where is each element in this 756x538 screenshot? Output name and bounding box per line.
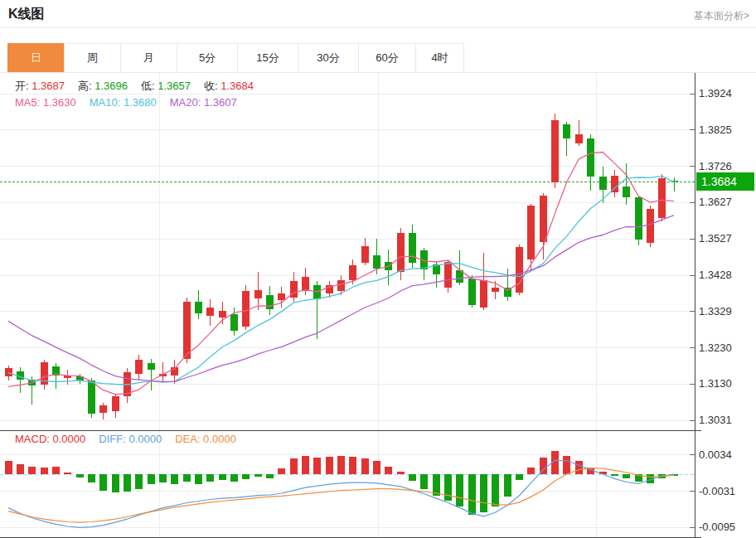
macd-bar [302, 456, 309, 474]
macd-bar [99, 474, 107, 491]
candle-body [361, 246, 369, 263]
candle-body [635, 197, 642, 239]
macd-bar [5, 461, 12, 474]
ma-legend: MA5: 1.3630MA10: 1.3680MA20: 1.3607 [15, 96, 250, 109]
macd-bar [219, 474, 226, 480]
macd-bar [492, 474, 499, 506]
macd-axis-label: -0.0031 [699, 483, 754, 500]
candle-body [492, 288, 499, 292]
tab-60分[interactable]: 60分 [358, 43, 416, 73]
macd-bar [183, 474, 191, 482]
macd-bar [551, 451, 559, 474]
macd-bar [456, 474, 463, 506]
macd-bar [444, 474, 452, 501]
candle-body [183, 302, 191, 359]
tab-30分[interactable]: 30分 [298, 43, 359, 73]
ohlc-legend: 开: 1.3687高: 1.3696低: 1.3657收: 1.3684 [15, 79, 267, 94]
macd-axis-label: -0.0095 [699, 519, 754, 536]
candle-body [195, 302, 202, 313]
tab-月[interactable]: 月 [120, 43, 177, 73]
macd-bar [88, 474, 95, 482]
macd-bar [254, 474, 262, 477]
macd-bar [409, 474, 416, 481]
legend-item: DEA: 0.0000 [175, 433, 236, 445]
candle-body [171, 367, 178, 376]
candle-body [444, 262, 452, 288]
candle-body [516, 247, 523, 292]
ma10-line [8, 176, 674, 385]
candle-body [135, 360, 143, 374]
title-divider [0, 27, 756, 28]
macd-bar [373, 461, 380, 474]
candle-body [527, 206, 535, 259]
tab-周[interactable]: 周 [64, 43, 121, 73]
macd-bar [337, 456, 345, 474]
price-axis-label: 1.3825 [699, 122, 754, 138]
macd-bar [635, 474, 642, 482]
candle-body [28, 380, 36, 385]
candle-body [5, 368, 12, 376]
macd-bar [195, 474, 202, 484]
fundamental-analysis-link[interactable]: 基本面分析> [694, 9, 749, 23]
legend-item: MA20: 1.3607 [170, 96, 237, 109]
macd-bar [433, 474, 440, 496]
tab-15分[interactable]: 15分 [237, 43, 298, 73]
candle-body [99, 405, 107, 413]
macd-bar [599, 472, 607, 474]
candle-body [41, 362, 48, 385]
macd-bar [171, 474, 178, 484]
candle-body [290, 281, 298, 298]
candle-body [385, 262, 392, 270]
macd-bar [611, 474, 618, 476]
macd-bar [266, 474, 274, 478]
macd-bar [420, 474, 428, 489]
candle-body [337, 280, 345, 291]
candle-body [480, 280, 487, 308]
macd-bar [623, 474, 630, 478]
candle-body [230, 314, 238, 331]
macd-bar [112, 474, 119, 492]
candle-body [551, 120, 559, 182]
diff-line [8, 460, 674, 527]
candle-body [52, 366, 60, 376]
tab-日[interactable]: 日 [7, 43, 65, 73]
candle-body [409, 233, 416, 264]
tab-4时[interactable]: 4时 [415, 43, 464, 73]
page-title: K线图 [8, 6, 45, 23]
candle-body [623, 187, 630, 197]
candle-body [219, 311, 226, 317]
candle-body [88, 380, 95, 414]
candle-body [456, 270, 463, 283]
tab-5分[interactable]: 5分 [177, 43, 238, 73]
kline-widget: K线图 基本面分析> 日周月5分15分30分60分4时 开: 1.3687高: … [0, 0, 756, 538]
macd-axis-label: 0.0034 [699, 447, 754, 463]
candle-body [254, 290, 262, 298]
macd-bar [52, 467, 60, 474]
macd-bar [41, 468, 48, 474]
candle-body [420, 250, 428, 269]
macd-bar [230, 474, 238, 482]
candle-body [587, 138, 594, 177]
candle-body [433, 264, 440, 274]
macd-bar [468, 474, 476, 515]
candle-body [124, 372, 131, 396]
macd-bar [587, 468, 594, 474]
candle-body [302, 277, 309, 291]
price-axis-label: 1.3627 [699, 194, 754, 211]
candle-body [468, 279, 476, 305]
price-axis-label: 1.3130 [699, 376, 754, 392]
price-axis-label: 1.3031 [699, 412, 754, 429]
macd-bar [135, 474, 143, 489]
candle-body [242, 291, 250, 327]
macd-bar [540, 458, 547, 474]
macd-bar [671, 474, 678, 476]
ma5-line [8, 153, 674, 395]
macd-bar [361, 458, 369, 474]
macd-bar [504, 474, 511, 497]
macd-bar [397, 472, 405, 474]
candle-body [658, 178, 666, 218]
candle-body [563, 124, 570, 138]
candle-body [313, 285, 321, 299]
macd-legend: MACD: 0.0000DIFF: 0.0000DEA: 0.0000 [15, 433, 250, 445]
candle-body [575, 134, 583, 143]
